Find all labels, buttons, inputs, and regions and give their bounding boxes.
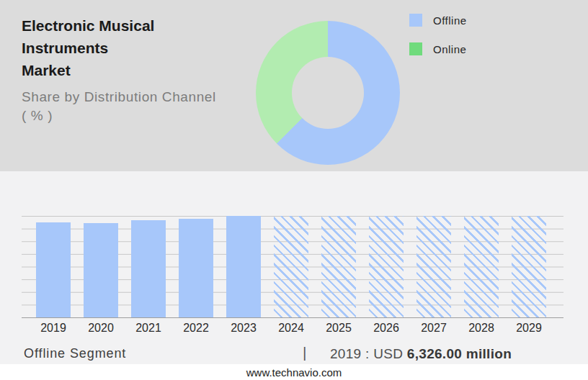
donut-chart <box>256 21 400 165</box>
x-axis-label-2027: 2027 <box>410 322 458 335</box>
segment-label: Offline Segment <box>24 346 126 361</box>
legend-label-offline: Offline <box>433 14 467 27</box>
x-axis-label-2028: 2028 <box>458 322 505 335</box>
page-title-line1: Electronic Musical Instruments <box>22 14 245 59</box>
bar-2024 <box>274 216 308 317</box>
title-block: Electronic Musical Instruments Market Sh… <box>22 14 245 125</box>
market-value-amount: 6,326.00 million <box>407 346 512 361</box>
x-axis-label-2025: 2025 <box>315 322 362 335</box>
x-axis-label-2026: 2026 <box>362 322 410 335</box>
donut-legend: Offline Online <box>409 13 467 71</box>
bar-2026 <box>369 216 404 317</box>
x-axis-label-2022: 2022 <box>172 322 220 335</box>
chart-subtitle-line2: ( % ) <box>22 107 245 125</box>
website-url: www.technavio.com <box>246 366 342 379</box>
page-title-line2: Market <box>22 59 245 81</box>
market-value-annotation: 2019 : USD 6,326.00 million <box>330 346 512 362</box>
x-axis-label-2029: 2029 <box>505 322 553 335</box>
footer-bar: www.technavio.com <box>0 364 588 380</box>
legend-item-offline: Offline <box>409 13 467 27</box>
x-axis-label-2021: 2021 <box>125 322 172 335</box>
legend-label-online: Online <box>433 43 466 55</box>
bar-2020 <box>84 223 118 317</box>
bar-chart-plot <box>22 216 564 318</box>
bar-2029 <box>512 216 546 317</box>
x-axis-label-2019: 2019 <box>30 322 77 335</box>
x-axis-labels: 2019202020212022202320242025202620272028… <box>22 322 564 338</box>
bar-2028 <box>464 216 499 317</box>
bar-2021 <box>131 220 166 317</box>
legend-item-online: Online <box>409 42 467 56</box>
x-axis-label-2024: 2024 <box>267 322 315 335</box>
legend-swatch-offline <box>409 14 422 27</box>
bar-2027 <box>416 216 451 317</box>
bar-2022 <box>179 219 213 317</box>
x-axis-label-2020: 2020 <box>77 322 125 335</box>
legend-swatch-online <box>409 42 422 55</box>
subtitle-block: Share by Distribution Channel ( % ) <box>22 88 245 125</box>
bar-2023 <box>226 216 261 317</box>
bar-chart-panel: 2019202020212022202320242025202620272028… <box>0 171 588 364</box>
header-panel: Electronic Musical Instruments Market Sh… <box>0 0 588 171</box>
chart-subtitle-line1: Share by Distribution Channel <box>22 88 245 107</box>
bar-2019 <box>36 222 71 317</box>
bar-2025 <box>321 216 356 317</box>
x-axis-label-2023: 2023 <box>220 322 267 335</box>
divider-bar: | <box>303 344 306 361</box>
market-value-prefix: 2019 : USD <box>330 346 407 361</box>
donut-hole <box>292 57 364 129</box>
